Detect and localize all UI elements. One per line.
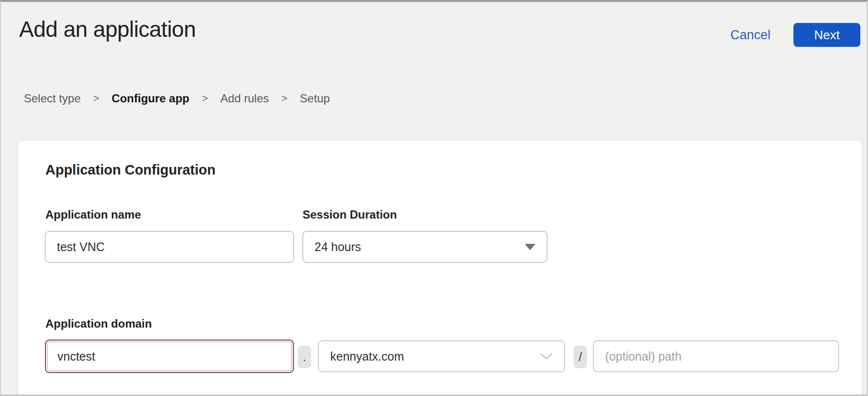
path-input[interactable] <box>593 341 839 372</box>
application-domain-label: Application domain <box>45 317 152 330</box>
application-name-input[interactable] <box>45 231 294 263</box>
breadcrumb: Select type > Configure app > Add rules … <box>24 92 330 105</box>
session-duration-label: Session Duration <box>303 208 397 221</box>
domain-select-value: kennyatx.com <box>330 350 540 363</box>
chevron-down-icon <box>540 352 553 361</box>
application-configuration-card: Application Configuration Application na… <box>18 140 862 396</box>
card-heading: Application Configuration <box>45 162 216 178</box>
breadcrumb-separator: > <box>202 92 208 105</box>
step-setup[interactable]: Setup <box>300 92 330 105</box>
add-application-page: Add an application Cancel Next Select ty… <box>0 0 868 396</box>
breadcrumb-separator: > <box>282 92 288 105</box>
header-actions: Cancel Next <box>730 23 860 47</box>
application-name-label: Application name <box>45 208 141 221</box>
step-select-type[interactable]: Select type <box>24 92 81 105</box>
subdomain-input[interactable] <box>45 340 294 373</box>
step-configure-app[interactable]: Configure app <box>112 92 190 105</box>
session-duration-select[interactable]: 24 hours <box>303 231 547 263</box>
slash-separator: / <box>574 346 587 368</box>
caret-down-icon <box>525 244 535 250</box>
cancel-button[interactable]: Cancel <box>730 28 770 43</box>
page-title: Add an application <box>19 16 196 42</box>
dot-separator: . <box>298 346 311 368</box>
next-button[interactable]: Next <box>793 23 860 47</box>
step-add-rules[interactable]: Add rules <box>220 92 269 105</box>
session-duration-value: 24 hours <box>315 240 525 254</box>
breadcrumb-separator: > <box>93 92 99 105</box>
domain-select[interactable]: kennyatx.com <box>318 341 565 372</box>
